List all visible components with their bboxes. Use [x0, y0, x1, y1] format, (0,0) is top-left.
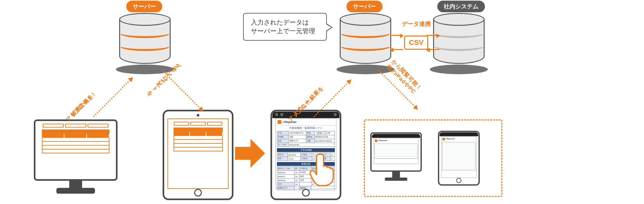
mini-brand-2: i-Reporter	[446, 138, 455, 140]
info-bubble: 入力されたデータは サーバー上で一元管理	[243, 13, 327, 41]
reporter-title: 不具合報告・処置対策シート	[276, 126, 336, 130]
desktop-monitor-icon	[34, 119, 118, 194]
reporter-header-table: 日付2015年08月07日 部長 主任山田 作成者佐藤 顧客名株式会社A社様 品…	[277, 131, 335, 147]
csv-arrow-icon	[390, 35, 403, 36]
reporter-record-table: 発生ロットNo数 不良区分良品 廃棄手直し 485972613出荷済724 48…	[277, 167, 335, 190]
reporter-section-2: 処置記録	[277, 162, 335, 166]
server-database-icon-2	[335, 10, 396, 71]
upload-def-text-2: アップロード！	[64, 89, 98, 123]
tablet-reporter-icon: i-Reporter 不具合報告・処置対策シート 日付2015年08月07日 部…	[270, 110, 341, 200]
reporter-section: 不具合情報	[277, 148, 335, 152]
csv-arrow-icon	[427, 49, 440, 50]
bubble-line1: 入力されたデータは	[251, 18, 319, 27]
csv-arrow-icon	[427, 35, 440, 36]
server-database-icon	[114, 10, 175, 71]
csv-arrow-icon	[390, 49, 403, 50]
flow-arrow-icon	[235, 139, 264, 168]
reporter-sheet: i-Reporter 不具合報告・処置対策シート 日付2015年08月07日 部…	[275, 118, 336, 189]
internal-system-database-icon	[428, 10, 489, 71]
bubble-line2: サーバー上で一元管理	[251, 27, 319, 36]
mini-brand: i-Reporter	[378, 139, 387, 142]
data-link-label: データ連携	[402, 20, 431, 28]
reporter-defect-table: 発生日2014/4/3 不良名ネジ ランクS 発生CLine 工程No22 不良…	[277, 153, 335, 161]
tablet-icon	[163, 110, 233, 200]
csv-box: CSV	[404, 36, 428, 50]
upload-arrow-icon	[93, 77, 133, 117]
mini-monitor-icon: i-Reporter	[370, 132, 422, 181]
mini-tablet-icon: i-Reporter	[438, 131, 480, 186]
